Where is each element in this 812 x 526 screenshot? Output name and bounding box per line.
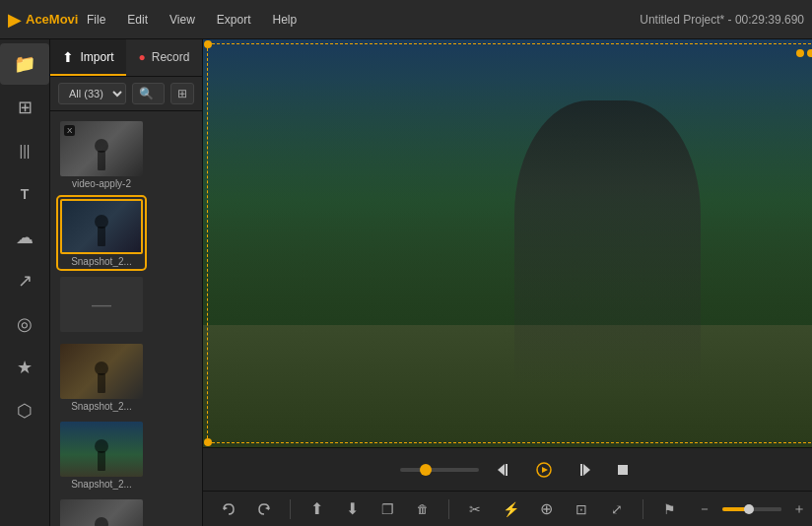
media-thumbnail: X: [60, 121, 143, 176]
layers-icon: ⊞: [18, 97, 33, 118]
timeline-thumb[interactable]: [420, 464, 432, 476]
delete-button[interactable]: 🗑: [409, 495, 437, 523]
media-thumbnail: [60, 422, 143, 477]
media-thumbnail: [60, 344, 143, 399]
logo-icon: ▶: [8, 9, 22, 31]
svg-marker-8: [265, 506, 269, 510]
list-item[interactable]: X video-apply-2: [58, 119, 145, 191]
preview-background: [203, 39, 812, 447]
figure-silhouette: [92, 215, 111, 246]
preview-controls: [203, 447, 812, 491]
media-thumbnail: [60, 199, 143, 254]
text-icon: T: [21, 186, 30, 202]
zoom-slider[interactable]: [722, 507, 781, 511]
expand-button[interactable]: ⤢: [603, 495, 631, 523]
folder-icon: 📁: [14, 53, 35, 75]
svg-marker-0: [498, 464, 505, 476]
sidebar-item-layers[interactable]: ⊞: [0, 87, 49, 128]
bottom-toolbar: ⬆ ⬇ ❐ 🗑 ✂ ⚡ ⊕ ⊡ ⤢ ⚑ － ＋: [203, 491, 812, 526]
sidebar: 📁 ⊞ ||| T ☁ ↗ ◎ ★ ⬡: [0, 39, 50, 526]
flag-button[interactable]: ⚑: [655, 495, 683, 523]
menu-export[interactable]: Export: [207, 9, 261, 31]
menu-help[interactable]: Help: [263, 9, 307, 31]
media-item-label: video-apply-2: [60, 178, 143, 189]
export-button[interactable]: ⬇: [338, 495, 366, 523]
figure-silhouette: [92, 439, 111, 471]
media-filter-select[interactable]: All (33): [58, 83, 126, 104]
keyframe-icon: ⬡: [17, 400, 33, 422]
zoom-in-button[interactable]: ＋: [785, 495, 812, 523]
filter-icon: ◎: [17, 313, 33, 335]
audio-icon: |||: [20, 143, 31, 159]
crop-button[interactable]: ⊡: [568, 495, 595, 523]
import-button[interactable]: ⬆: [303, 495, 330, 523]
figure-silhouette: [92, 139, 111, 170]
svg-marker-7: [224, 506, 228, 510]
list-item[interactable]: —: [58, 275, 145, 336]
search-icon: 🔍: [139, 87, 154, 100]
menu-edit[interactable]: Edit: [117, 9, 158, 31]
play-button[interactable]: [530, 456, 558, 484]
svg-rect-6: [618, 465, 628, 475]
star-icon: ★: [17, 357, 33, 378]
menu-view[interactable]: View: [160, 9, 205, 31]
sidebar-item-transition[interactable]: ↗: [0, 260, 49, 301]
media-item-label: Snapshot_2...: [60, 479, 143, 490]
media-panel: ⬆ Import ● Record All (33) 🔍 ⊞: [50, 39, 203, 526]
cut-button[interactable]: ✂: [461, 495, 489, 523]
logo-text: AceMovi: [26, 12, 78, 27]
transition-icon: ↗: [18, 270, 33, 292]
forward-button[interactable]: [570, 456, 597, 484]
list-item[interactable]: Snapshot_2...: [58, 497, 145, 526]
sidebar-item-filter[interactable]: ◎: [0, 303, 49, 345]
overlay-dots: [796, 49, 812, 57]
tab-import[interactable]: ⬆ Import: [50, 39, 126, 76]
media-thumbnail: [60, 499, 143, 526]
zoom-thumb[interactable]: [744, 504, 754, 514]
sidebar-item-keyframe[interactable]: ⬡: [0, 390, 49, 431]
filter-bar: All (33) 🔍 ⊞: [50, 77, 202, 111]
grid-view-toggle[interactable]: ⊞: [170, 83, 194, 104]
copy-button[interactable]: ❐: [373, 495, 401, 523]
menu-file[interactable]: File: [77, 9, 115, 31]
panel-tabs: ⬆ Import ● Record: [50, 39, 202, 77]
overlay-dot-orange2: [807, 49, 812, 57]
record-icon: ●: [139, 50, 146, 64]
media-item-label: Snapshot_2...: [60, 256, 143, 267]
media-item-label: Snapshot_2...: [60, 401, 143, 412]
overlay-dot-orange: [796, 49, 804, 57]
stop-button[interactable]: [609, 456, 637, 484]
svg-rect-5: [580, 464, 582, 476]
media-thumbnail: —: [60, 277, 143, 332]
effects-icon: ☁: [16, 227, 34, 248]
sidebar-item-media[interactable]: 📁: [0, 43, 49, 85]
zoom-control: － ＋: [691, 495, 812, 523]
window-title: Untitled Project* - 00:29:39.690: [640, 13, 804, 27]
rewind-button[interactable]: [491, 456, 518, 484]
sidebar-item-audio[interactable]: |||: [0, 130, 49, 171]
preview-viewport: [203, 39, 812, 447]
redo-button[interactable]: [250, 495, 278, 523]
tab-record[interactable]: ● Record: [126, 39, 202, 76]
topbar: ▶ AceMovi File Edit View Export Help Unt…: [0, 0, 812, 39]
sidebar-item-effects[interactable]: ☁: [0, 217, 49, 258]
list-item[interactable]: Snapshot_2...: [58, 420, 145, 492]
logo: ▶ AceMovi: [8, 9, 77, 31]
list-item[interactable]: Snapshot_2...: [58, 197, 145, 269]
sidebar-item-favorites[interactable]: ★: [0, 347, 49, 388]
undo-button[interactable]: [215, 495, 242, 523]
search-box[interactable]: 🔍: [132, 83, 165, 104]
svg-rect-1: [506, 464, 508, 476]
timeline-slider[interactable]: [400, 468, 479, 472]
toolbar-separator2: [448, 499, 449, 519]
list-item[interactable]: Snapshot_2...: [58, 342, 145, 414]
add-button[interactable]: ⊕: [532, 495, 560, 523]
toolbar-separator: [290, 499, 291, 519]
sidebar-item-text[interactable]: T: [0, 173, 49, 215]
grid-icon: ⊞: [177, 87, 187, 100]
toolbar-separator3: [643, 499, 643, 519]
zoom-out-button[interactable]: －: [691, 495, 718, 523]
preview-panel: ⬆ ⬇ ❐ 🗑 ✂ ⚡ ⊕ ⊡ ⤢ ⚑ － ＋: [203, 39, 812, 526]
import-icon: ⬆: [62, 49, 74, 65]
flash-button[interactable]: ⚡: [497, 495, 524, 523]
